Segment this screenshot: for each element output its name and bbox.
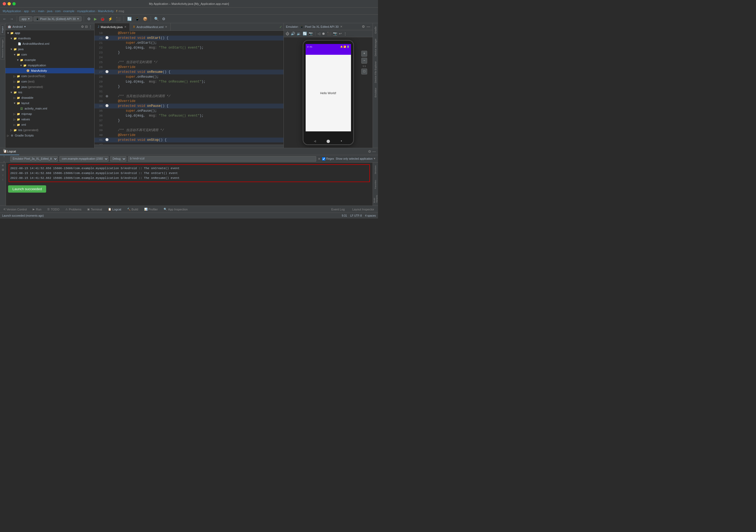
minimize-icon[interactable]: — [366,24,370,29]
left-tab-resource[interactable]: Resource Manager [1,38,5,60]
tree-item-mainactivity[interactable]: ▷ 🅒 MainActivity [5,68,94,73]
sdk-button[interactable]: 📦 [142,16,148,22]
tree-item-drawable[interactable]: ▷ 📁 drawable [5,95,94,100]
dropdown-icon[interactable]: ▼ [24,25,26,28]
record-icon[interactable]: ⏺ [322,31,326,36]
screenshot-icon[interactable]: 📷 [308,31,313,36]
tree-item-mipmap[interactable]: ▷ 📁 mipmap [5,111,94,116]
tree-item-app[interactable]: ▼ 📁 app [5,30,94,36]
left-tab-project[interactable]: Project [1,24,5,35]
footer-tab-logcat[interactable]: 📋 Logcat [105,206,124,212]
avd-button[interactable]: 📱 [134,16,141,22]
breadcrumb-item[interactable]: java [47,10,52,13]
more-icon[interactable]: ⋮ [343,31,347,36]
launch-succeeded-button[interactable]: Launch succeeded [8,185,46,192]
tree-item-res-generated[interactable]: ▷ 📁 res (generated) [5,127,94,133]
clear-search-icon[interactable]: ✕ [318,157,320,161]
sync-button[interactable]: 🔄 [126,16,133,22]
status-encoding[interactable]: LF UTF-8 [350,214,362,217]
right-tab-structure[interactable]: Structure [374,164,377,176]
settings-button[interactable]: ⚙ [161,16,167,22]
sync-project-icon[interactable]: ⚙ [81,25,84,29]
tree-item-androidtest[interactable]: ▷ 📁 com (androidTest) [5,73,94,79]
camera-icon[interactable]: 📷 [333,31,338,36]
tree-item-myapplication[interactable]: ▼ 📁 myapplication [5,63,94,68]
tab-mainactivity[interactable]: J MainActivity.java ✕ [94,23,130,31]
fit-button[interactable]: □ [361,68,367,74]
format-icon[interactable]: ≡ [1,164,5,167]
breadcrumb-item[interactable]: app [24,10,29,13]
regex-checkbox[interactable] [322,157,325,161]
scroll-end-icon[interactable]: ↓ [2,154,7,158]
breadcrumb-item[interactable]: MyApplication [3,10,21,13]
breadcrumb-item[interactable]: src [31,10,35,13]
more-options-icon[interactable]: ⋮ [89,25,92,29]
volume-up-icon[interactable]: 🔊 [290,31,295,36]
down-arrow-icon[interactable]: ↓ [1,178,5,181]
tree-item-java[interactable]: ▼ 📁 java [5,46,94,52]
tree-item-gradle[interactable]: ▷ ⚙ Gradle Scripts [5,133,94,138]
right-tab-build-variants[interactable]: Build Variants [373,193,378,205]
tree-item-java-generated[interactable]: ▷ 📁 java (generated) [5,84,94,89]
footer-tab-run[interactable]: ▶ Run [30,206,44,212]
power-icon[interactable]: ⏻ [285,31,289,36]
breadcrumb-item[interactable]: example [63,10,74,13]
device-selector[interactable]: 📱 Pixel 3a XL (Edited) API 30 ▼ [34,16,82,21]
back-icon[interactable]: ◁ [317,31,320,36]
make-button[interactable]: ⚙ [86,16,92,22]
tree-item-manifests[interactable]: ▼ 📁 manifests [5,36,94,41]
close-button[interactable] [3,2,6,5]
close-tab-icon[interactable]: ✕ [165,25,167,28]
device-select[interactable]: Emulator Pixel_3a_XL_Edited_A [10,156,58,162]
footer-tab-app-inspection[interactable]: 🔍 App Inspection [161,206,190,212]
status-time[interactable]: 9:31 [342,214,347,217]
tree-item-values[interactable]: ▷ 📁 values [5,116,94,122]
stop-button[interactable]: ⬛ [115,16,122,22]
replay-icon[interactable]: ↩ [338,31,342,36]
search-button[interactable]: 🔍 [153,16,160,22]
footer-tab-event-log[interactable]: Event Log [329,206,347,212]
footer-tab-build[interactable]: 🔨 Build [124,206,141,212]
footer-tab-problems[interactable]: ⚠ Problems [63,206,84,212]
close-emulator-icon[interactable]: ✕ [340,25,342,28]
right-tab-favorites[interactable]: Favorites [374,178,377,190]
profile-button[interactable]: ⚡ [107,16,114,22]
collapse-all-icon[interactable]: ⊟ [85,25,88,29]
back-button[interactable]: ← [2,16,8,22]
tree-item-manifest[interactable]: ▷ 📄 AndroidManifest.xml [5,41,94,46]
tree-item-layout[interactable]: ▼ 📁 layout [5,100,94,106]
tree-item-test[interactable]: ▷ 📁 com (test) [5,79,94,84]
footer-tab-profiler[interactable]: 📊 Profiler [142,206,161,212]
tree-item-com[interactable]: ▼ 📁 com [5,52,94,57]
log-level-select[interactable]: Debug [110,156,126,162]
debug-button[interactable]: 🐞 [99,16,106,22]
breadcrumb-item[interactable]: main [38,10,44,13]
clear-logcat-icon[interactable]: 🗑 [2,148,7,152]
zoom-in-button[interactable]: + [361,51,367,57]
run-button[interactable]: ▶ [93,16,98,22]
tree-item-xml[interactable]: ▷ 📁 xml [5,122,94,127]
footer-tab-terminal[interactable]: ▣ Terminal [85,206,105,212]
logcat-log-content[interactable]: 2022-08-15 14:41:52.656 15606-15606/com.… [6,163,373,206]
rotate-icon[interactable]: 🔄 [302,31,307,36]
horizontal-scrollbar[interactable] [94,145,284,148]
settings-icon[interactable]: ⚙ [368,149,371,154]
filter-icon[interactable]: ⚙ [1,168,5,172]
forward-button[interactable]: → [9,16,14,22]
tree-item-example[interactable]: ▼ 📁 example [5,57,94,63]
breadcrumb-item[interactable]: myapplication [77,10,95,13]
editor-content[interactable]: 19 @Override 20 ⚪ protected void onStart… [94,31,284,148]
minimize-button[interactable] [8,2,11,5]
logcat-search-input[interactable] [128,156,316,162]
zoom-out-button[interactable]: − [361,58,367,64]
status-indent[interactable]: 4 spaces [365,214,376,217]
footer-tab-layout-inspector[interactable]: Layout Inspector [350,206,377,212]
right-tab-gradle[interactable]: Gradle [373,24,378,36]
launch-status[interactable]: Launch succeeded (moments ago) [2,214,44,217]
tab-androidmanifest[interactable]: X AndroidManifest.xml ✕ [130,23,171,31]
tree-item-res[interactable]: ▼ 📁 res [5,89,94,95]
footer-tab-todo[interactable]: ☰ TODO [44,206,62,212]
run-config-selector[interactable]: app ▼ [19,16,32,21]
right-tab-device-file[interactable]: Device File Explorer [373,59,378,85]
volume-down-icon[interactable]: 🔉 [296,31,301,36]
